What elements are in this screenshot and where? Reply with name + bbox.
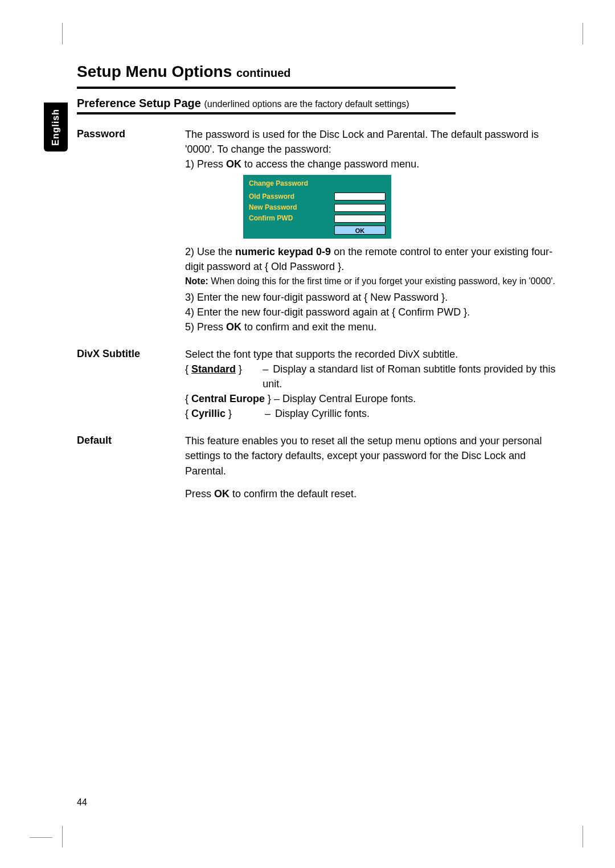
option-row-password: Password The password is used for the Di… bbox=[77, 127, 569, 334]
crop-mark bbox=[583, 23, 583, 44]
password-dialog-illustration: Change Password Old Password New Passwor… bbox=[243, 175, 391, 239]
page-content: Setup Menu Options continued Preference … bbox=[77, 63, 569, 501]
body-text: 5) Press OK to confirm and exit the menu… bbox=[185, 320, 569, 334]
dialog-ok-row: OK bbox=[247, 224, 388, 235]
body-text: Select the font type that supports the r… bbox=[185, 347, 569, 362]
default-option: Standard bbox=[191, 363, 236, 375]
body-text: The password is used for the Disc Lock a… bbox=[185, 127, 569, 157]
dialog-input bbox=[334, 204, 386, 212]
option-row-default: Default This feature enables you to rese… bbox=[77, 433, 569, 501]
option-label: Password bbox=[77, 127, 168, 334]
dialog-input bbox=[334, 215, 386, 223]
divider bbox=[77, 87, 456, 89]
body-text: This feature enables you to reset all th… bbox=[185, 433, 569, 478]
body-text: 3) Enter the new four-digit password at … bbox=[185, 290, 569, 305]
dialog-label: Old Password bbox=[249, 192, 331, 202]
note-text: Note: When doing this for the first time… bbox=[185, 275, 569, 288]
body-text: 4) Enter the new four-digit password aga… bbox=[185, 305, 569, 320]
option-label: Default bbox=[77, 433, 168, 501]
dialog-ok-button: OK bbox=[334, 226, 386, 235]
dialog-input bbox=[334, 193, 386, 200]
language-tab: English bbox=[44, 103, 68, 152]
crop-mark bbox=[583, 826, 583, 847]
dialog-row: Old Password bbox=[247, 191, 388, 202]
crop-mark bbox=[62, 826, 63, 847]
page-title-continued: continued bbox=[236, 67, 291, 79]
body-text: Press OK to confirm the default reset. bbox=[185, 486, 569, 501]
dialog-row: New Password bbox=[247, 202, 388, 213]
dialog-title: Change Password bbox=[247, 178, 388, 191]
page-title: Setup Menu Options continued bbox=[77, 63, 569, 81]
option-line: { Standard } –Display a standard list of… bbox=[185, 362, 569, 391]
page-number: 44 bbox=[77, 797, 87, 808]
crop-mark bbox=[62, 23, 63, 44]
option-line: { Cyrillic } –Display Cyrillic fonts. bbox=[185, 406, 569, 421]
option-content: This feature enables you to reset all th… bbox=[185, 433, 569, 501]
dialog-label: Confirm PWD bbox=[249, 214, 331, 223]
option-content: The password is used for the Disc Lock a… bbox=[185, 127, 569, 334]
option-label: DivX Subtitle bbox=[77, 347, 168, 421]
option-line: { Central Europe } – Display Central Eur… bbox=[185, 391, 569, 406]
option-content: Select the font type that supports the r… bbox=[185, 347, 569, 421]
dialog-label: New Password bbox=[249, 203, 331, 212]
section-heading-bold: Preference Setup Page bbox=[77, 97, 201, 109]
dialog-row: Confirm PWD bbox=[247, 213, 388, 224]
body-text: 2) Use the numeric keypad 0-9 on the rem… bbox=[185, 244, 569, 274]
divider bbox=[77, 112, 456, 114]
page-title-main: Setup Menu Options bbox=[77, 63, 232, 80]
language-tab-label: English bbox=[51, 109, 61, 146]
body-text: 1) Press OK to access the change passwor… bbox=[185, 157, 569, 171]
crop-mark bbox=[30, 837, 52, 838]
section-heading-sub: underlined options are the factory defau… bbox=[207, 99, 407, 109]
section-heading: Preference Setup Page (underlined option… bbox=[77, 97, 569, 110]
option-row-divx-subtitle: DivX Subtitle Select the font type that … bbox=[77, 347, 569, 421]
